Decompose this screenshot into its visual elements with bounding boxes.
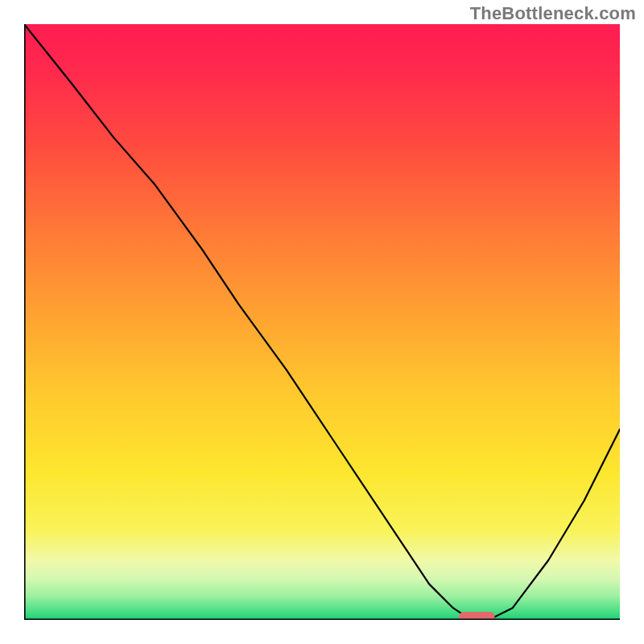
gradient-background: [24, 24, 620, 620]
plot-area: [24, 24, 620, 620]
chart-svg: [24, 24, 620, 620]
chart-container: TheBottleneck.com: [0, 0, 644, 644]
watermark-text: TheBottleneck.com: [470, 3, 636, 24]
